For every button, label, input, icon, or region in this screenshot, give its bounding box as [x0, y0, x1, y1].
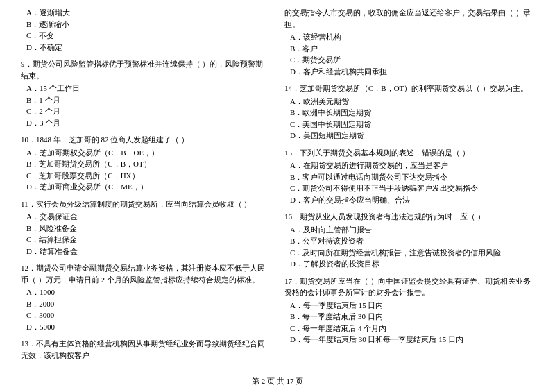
q16-options: A．及时向主管部门报告 B．公平对待该投资者 C．及时向所在期货经营机构报告，注…	[284, 224, 534, 270]
q10-options: A．芝加哥期权交易所（C，B，OE，） B．芝加哥期货交易所（C，B，OT） C…	[21, 147, 271, 193]
q13r-text: 的交易指令人市交易的，收取的佣金应当返还给客户，交易结果由（ ）承担。	[284, 7, 534, 30]
content-columns: A．逐渐增大 B．逐渐缩小 C．不变 D．不确定 9．期货公司风险监管指标优于预…	[21, 7, 534, 366]
q15-option-a: A．在期货交易所进行期货交易的，应当是客户	[290, 160, 534, 171]
q13r-option-b: B．客户	[290, 43, 534, 55]
q14-option-b: B．欧洲中长期固定期货	[290, 107, 534, 119]
question-13: 13．不具有主体资格的经营机构因从事期货经纪业务而导致期货经纪合同无效，该机构按…	[21, 338, 271, 361]
question-17: 17．期货交易所应当在（ ）向中国证监会提交经具有证券、期货相关业务资格的会计师…	[284, 275, 534, 346]
options-continuation: A．逐渐增大 B．逐渐缩小 C．不变 D．不确定	[21, 7, 271, 53]
q11-option-b: B．风险准备金	[26, 223, 271, 235]
q17-options: A．每一季度结束后 15 日内 B．每一季度结束后 30 日内 C．每一年度结束…	[284, 300, 534, 346]
right-column: 的交易指令人市交易的，收取的佣金应当返还给客户，交易结果由（ ）承担。 A．该经…	[284, 7, 534, 366]
q10-option-a: A．芝加哥期权交易所（C，B，OE，）	[26, 147, 271, 159]
q12-text: 12．期货公司申请金融期货交易结算业务资格，其注册资本应不低于人民币（ ）万元，…	[21, 262, 271, 285]
page-number: 第 2 页 共 17 页	[252, 377, 303, 385]
q10-option-c: C．芝加哥股票交易所（C，HX）	[26, 170, 271, 182]
q14-option-c: C．美国中长期固定期货	[290, 119, 534, 130]
q16-option-b: B．公平对待该投资者	[290, 235, 534, 247]
q13r-option-c: C．期货交易所	[290, 54, 534, 66]
question-14: 14．芝加哥期货交易所（C，B，OT）的利率期货交易以（ ）交易为主。 A．欧洲…	[284, 83, 534, 142]
q16-text: 16．期货从业人员发现投资者有违法违规的行为时，应（ ）	[284, 211, 534, 223]
page-footer: 第 2 页 共 17 页	[0, 376, 555, 386]
q10-text: 10．1848 年，芝加哥的 82 位商人发起组建了（ ）	[21, 134, 271, 146]
q13r-option-a: A．该经营机构	[290, 31, 534, 43]
q15-option-b: B．客户可以通过电话向期货公司下达交易指令	[290, 171, 534, 183]
q9-option-c: C．2 个月	[26, 105, 271, 117]
q14-option-a: A．欧洲美元期货	[290, 96, 534, 108]
left-column: A．逐渐增大 B．逐渐缩小 C．不变 D．不确定 9．期货公司风险监管指标优于预…	[21, 7, 271, 366]
q16-option-c: C．及时向所在期货经营机构报告，注意告诫投资者的信用风险	[290, 247, 534, 259]
q11-options: A．交易保证金 B．风险准备金 C．结算担保金 D．结算准备金	[21, 211, 271, 257]
q12-option-b: B．2000	[26, 298, 271, 310]
q12-option-a: A．1000	[26, 287, 271, 298]
q10-option-b: B．芝加哥期货交易所（C，B，OT）	[26, 158, 271, 170]
q11-text: 11．实行会员分级结算制度的期货交易所，应当向结算会员收取（ ）	[21, 198, 271, 210]
q14-text: 14．芝加哥期货交易所（C，B，OT）的利率期货交易以（ ）交易为主。	[284, 83, 534, 94]
q15-option-d: D．客户的交易指令应当明确、合法	[290, 194, 534, 206]
q17-text: 17．期货交易所应当在（ ）向中国证监会提交经具有证券、期货相关业务资格的会计师…	[284, 275, 534, 298]
option-a: A．逐渐增大	[26, 7, 271, 19]
question-16: 16．期货从业人员发现投资者有违法违规的行为时，应（ ） A．及时向主管部门报告…	[284, 211, 534, 270]
q11-option-a: A．交易保证金	[26, 211, 271, 223]
q16-option-d: D．了解投资者的投资目标	[290, 258, 534, 270]
q13r-options: A．该经营机构 B．客户 C．期货交易所 D．客户和经营机构共同承担	[284, 31, 534, 77]
q14-option-d: D．美国短期固定期货	[290, 130, 534, 142]
question-15: 15．下列关于期货交易基本规则的表述，错误的是（ ） A．在期货交易所进行期货交…	[284, 147, 534, 206]
q9-text: 9．期货公司风险监管指标优于预警标准并连续保持（ ）的，风险预警期结束。	[21, 58, 271, 81]
q13-text: 13．不具有主体资格的经营机构因从事期货经纪业务而导致期货经纪合同无效，该机构按…	[21, 338, 271, 361]
question-9: 9．期货公司风险监管指标优于预警标准并连续保持（ ）的，风险预警期结束。 A．1…	[21, 58, 271, 128]
question-12: 12．期货公司申请金融期货交易结算业务资格，其注册资本应不低于人民币（ ）万元，…	[21, 262, 271, 332]
q11-option-d: D．结算准备金	[26, 246, 271, 257]
q15-text: 15．下列关于期货交易基本规则的表述，错误的是（ ）	[284, 147, 534, 159]
q13r-option-d: D．客户和经营机构共同承担	[290, 66, 534, 78]
q9-options: A．15 个工作日 B．1 个月 C．2 个月 D．3 个月	[21, 83, 271, 128]
q9-option-b: B．1 个月	[26, 94, 271, 106]
q12-options: A．1000 B．2000 C．3000 D．5000	[21, 287, 271, 332]
q17-option-a: A．每一季度结束后 15 日内	[290, 300, 534, 312]
page: A．逐渐增大 B．逐渐缩小 C．不变 D．不确定 9．期货公司风险监管指标优于预…	[0, 0, 555, 392]
option-c: C．不变	[26, 30, 271, 42]
q10-option-d: D．芝加哥商业交易所（C，ME，）	[26, 181, 271, 193]
q12-option-c: C．3000	[26, 309, 271, 321]
q9-option-d: D．3 个月	[26, 117, 271, 129]
q14-options: A．欧洲美元期货 B．欧洲中长期固定期货 C．美国中长期固定期货 D．美国短期固…	[284, 96, 534, 142]
q9-option-a: A．15 个工作日	[26, 83, 271, 94]
q12-option-d: D．5000	[26, 321, 271, 333]
q17-option-c: C．每一年度结束后 4 个月内	[290, 323, 534, 334]
q15-options: A．在期货交易所进行期货交易的，应当是客户 B．客户可以通过电话向期货公司下达交…	[284, 160, 534, 205]
q15-option-c: C．期货公司不得使用不正当手段诱骗客户发出交易指令	[290, 182, 534, 194]
option-b: B．逐渐缩小	[26, 19, 271, 31]
q16-option-a: A．及时向主管部门报告	[290, 224, 534, 236]
question-continuation: A．逐渐增大 B．逐渐缩小 C．不变 D．不确定	[21, 7, 271, 53]
option-d: D．不确定	[26, 42, 271, 53]
question-13-right: 的交易指令人市交易的，收取的佣金应当返还给客户，交易结果由（ ）承担。 A．该经…	[284, 7, 534, 77]
question-11: 11．实行会员分级结算制度的期货交易所，应当向结算会员收取（ ） A．交易保证金…	[21, 198, 271, 257]
q17-option-d: D．每一年度结束后 30 日和每一季度结束后 15 日内	[290, 334, 534, 346]
q11-option-c: C．结算担保金	[26, 234, 271, 246]
q17-option-b: B．每一季度结束后 30 日内	[290, 311, 534, 323]
question-10: 10．1848 年，芝加哥的 82 位商人发起组建了（ ） A．芝加哥期权交易所…	[21, 134, 271, 193]
